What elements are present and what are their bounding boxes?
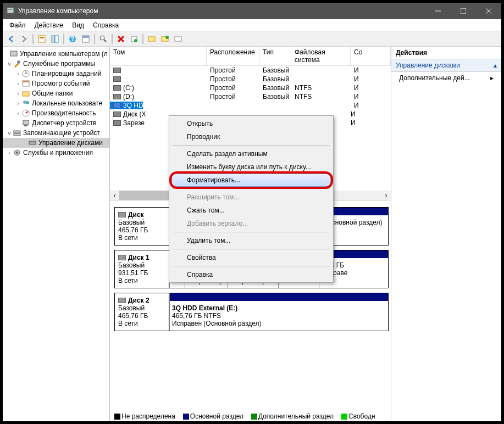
toolbar-btn-1[interactable] <box>36 33 48 45</box>
tree-events[interactable]: ›Просмотр событий <box>3 79 109 88</box>
legend-swatch-primary <box>183 414 189 420</box>
window-title: Управление компьютером <box>18 7 425 15</box>
close-button[interactable] <box>476 3 501 19</box>
disk-type: Базовый <box>118 261 165 269</box>
toolbar-btn-5[interactable] <box>128 33 140 45</box>
titlebar: Управление компьютером <box>3 3 501 19</box>
svg-line-15 <box>104 40 106 42</box>
volume-row[interactable]: ПростойБазовыйИ <box>110 75 391 83</box>
ctx-extend: Расширить том... <box>170 191 332 204</box>
tree-scheduler[interactable]: ›Планировщик заданий <box>3 69 109 79</box>
volume-name: Зарезе <box>123 119 145 127</box>
tree-diskmgmt[interactable]: Управление дисками <box>3 138 109 148</box>
chevron-right-icon: ▸ <box>490 74 494 82</box>
menu-action[interactable]: Действие <box>30 20 68 30</box>
menu-file[interactable]: Файл <box>5 20 30 30</box>
users-icon <box>21 99 30 108</box>
toolbar-btn-3[interactable] <box>80 33 92 45</box>
legend-swatch-unalloc <box>114 414 120 420</box>
svg-rect-1 <box>8 9 13 10</box>
tree-users[interactable]: ›Локальные пользовате <box>3 98 109 108</box>
volume-row[interactable]: (D:)ПростойБазовыйNTFSИ <box>110 92 391 101</box>
disk-type: Базовый <box>118 304 165 312</box>
tree-services[interactable]: ›Службы и приложения <box>3 148 109 158</box>
perf-icon <box>21 109 30 118</box>
svg-rect-30 <box>23 81 29 82</box>
maximize-button[interactable] <box>451 3 476 19</box>
tree-storage[interactable]: vЗапоминающие устройст <box>3 128 109 138</box>
svg-rect-36 <box>23 120 29 125</box>
svg-rect-39 <box>14 133 20 136</box>
drive-icon <box>118 298 126 303</box>
tools-icon <box>13 59 21 68</box>
svg-rect-3 <box>461 8 466 14</box>
tree-label: Общие папки <box>32 90 73 97</box>
ctx-shrink[interactable]: Сжать том... <box>170 204 332 217</box>
col-fs[interactable]: Файловая система <box>291 47 351 65</box>
legend-swatch-free <box>341 414 347 420</box>
svg-point-22 <box>165 36 169 39</box>
svg-point-25 <box>17 60 20 64</box>
svg-rect-24 <box>10 51 17 56</box>
ctx-help[interactable]: Справка <box>170 268 332 281</box>
disk-icon <box>28 138 37 147</box>
disk-label[interactable]: Диск 1 Базовый 931,51 ГБ В сети <box>114 250 169 288</box>
svg-point-19 <box>134 39 137 42</box>
svg-rect-8 <box>52 36 54 42</box>
volume-name: (C:) <box>123 84 134 92</box>
ctx-explorer[interactable]: Проводник <box>170 130 332 143</box>
col-type[interactable]: Тип <box>259 47 291 65</box>
tree-label: Локальные пользовате <box>32 99 102 107</box>
drive-icon <box>118 255 126 260</box>
volume-row[interactable]: ПростойБазовыйИ <box>110 66 391 75</box>
menubar: Файл Действие Вид Справка <box>3 19 501 31</box>
tree-label: Диспетчер устройств <box>32 119 96 127</box>
svg-rect-40 <box>29 141 36 144</box>
forward-button[interactable] <box>18 33 30 45</box>
disk-label[interactable]: Диск 2 Базовый 465,76 ГБ В сети <box>114 293 169 331</box>
tree-devmgr[interactable]: Диспетчер устройств <box>3 118 109 128</box>
svg-rect-31 <box>23 92 29 96</box>
toolbar-btn-7[interactable] <box>159 33 171 45</box>
menu-view[interactable]: Вид <box>68 20 88 30</box>
ctx-format[interactable]: Форматировать... <box>170 174 332 187</box>
col-volume[interactable]: Том <box>110 47 207 65</box>
ctx-open[interactable]: Открыть <box>170 117 332 130</box>
ctx-make-active[interactable]: Сделать раздел активным <box>170 147 332 160</box>
volume-icon <box>113 120 121 126</box>
toolbar-btn-8[interactable] <box>172 33 184 45</box>
col-layout[interactable]: Расположение <box>207 47 259 65</box>
collapse-icon: ▴ <box>494 62 497 69</box>
volume-icon <box>113 94 121 99</box>
ctx-properties[interactable]: Свойства <box>170 251 332 264</box>
disk-name: Диск 2 <box>128 297 149 304</box>
toolbar-btn-2[interactable] <box>49 33 61 45</box>
disk-size: 465,76 ГБ <box>118 312 165 320</box>
tree-perf[interactable]: ›Производительность <box>3 108 109 118</box>
disk-label[interactable]: Диск Базовый 465,76 ГБ В сети <box>114 207 169 246</box>
col-status[interactable]: Со <box>351 47 391 65</box>
navigation-tree: Управление компьютером (л vСлужебные про… <box>3 47 110 421</box>
delete-icon[interactable] <box>115 33 127 45</box>
volume-row[interactable]: (C:)ПростойБазовыйNTFSИ <box>110 83 391 92</box>
volume-row-selected[interactable]: 3Q HDDИ <box>110 101 391 110</box>
actions-more[interactable]: Дополнительные дей... ▸ <box>391 72 501 84</box>
legend-swatch-extended <box>251 414 257 420</box>
menu-help[interactable]: Справка <box>88 20 123 30</box>
partition[interactable]: 3Q HDD External (E:)465,76 ГБ NTFSИсправ… <box>169 293 388 331</box>
tree-shared[interactable]: ›Общие папки <box>3 88 109 98</box>
tree-label: Производительность <box>32 109 96 117</box>
help-icon[interactable]: ? <box>67 33 79 45</box>
ctx-delete-volume[interactable]: Удалить том... <box>170 234 332 247</box>
volume-icon <box>113 76 121 82</box>
toolbar-btn-6[interactable] <box>146 33 158 45</box>
tree-utilities[interactable]: vСлужебные программы <box>3 59 109 69</box>
tree-label: Служебные программы <box>23 60 95 68</box>
toolbar-btn-4[interactable] <box>97 33 109 45</box>
tree-root[interactable]: Управление компьютером (л <box>3 49 109 59</box>
minimize-button[interactable] <box>425 3 451 19</box>
back-button[interactable] <box>5 33 17 45</box>
actions-subheader[interactable]: Управление дисками▴ <box>391 59 501 72</box>
computer-icon <box>9 49 18 58</box>
tree-label: Запоминающие устройст <box>23 129 100 137</box>
